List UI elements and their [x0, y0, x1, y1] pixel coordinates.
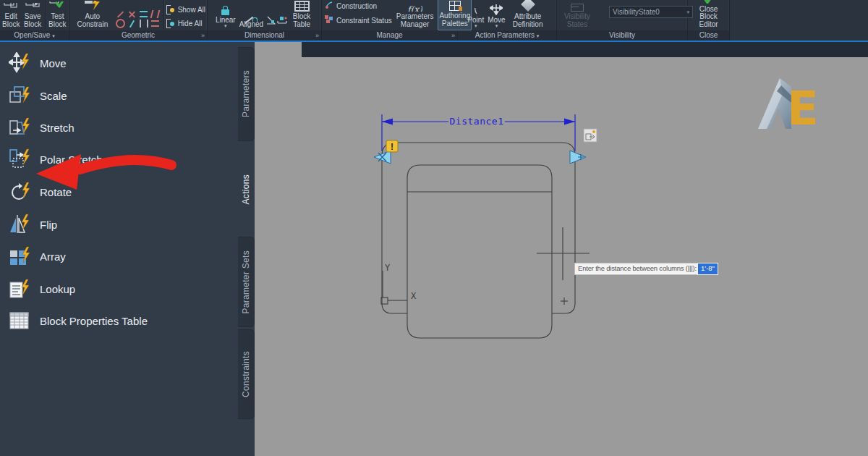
- block-editor-window: Edit Block Save Block Test Block O: [0, 0, 868, 456]
- linear-button[interactable]: Linear ▾: [215, 0, 237, 30]
- panel-dimensional: Linear ▾ Aligned: [208, 0, 322, 41]
- constraint-icon[interactable]: [140, 11, 148, 17]
- test-block-button[interactable]: Test Block: [48, 0, 67, 30]
- block-table-button[interactable]: Block Table: [289, 0, 314, 30]
- palette-item-label: Scale: [40, 90, 67, 102]
- manage-panel-label[interactable]: Manage »: [322, 30, 457, 41]
- show-all-button[interactable]: Show All: [166, 4, 205, 15]
- constraint-icon[interactable]: [117, 11, 124, 17]
- palette-item-move[interactable]: Move: [9, 50, 67, 76]
- palette-item-label: Array: [40, 250, 66, 263]
- action-parameters-panel-label[interactable]: Action Parameters ▾: [458, 30, 556, 41]
- chevron-down-icon: ▾: [537, 33, 540, 38]
- aligned-button[interactable]: Aligned: [239, 0, 264, 30]
- edit-block-button[interactable]: Edit Block: [1, 0, 20, 30]
- chevron-down-icon: ▾: [224, 24, 227, 28]
- dialog-launcher-icon[interactable]: »: [315, 31, 319, 40]
- palette-item-array[interactable]: Array: [9, 243, 66, 269]
- parameters-manager-button[interactable]: f(x) Parameters Manager: [396, 0, 435, 30]
- visibility-state-value: VisibilityState0: [613, 7, 660, 17]
- stretch-action-glyph[interactable]: [584, 129, 597, 142]
- panel-open-save: Edit Block Save Block Test Block O: [0, 0, 69, 41]
- auto-constrain-icon: [84, 1, 101, 12]
- constraint-icon[interactable]: [129, 20, 135, 28]
- palette-item-rotate[interactable]: Rotate: [9, 179, 72, 205]
- stretch-action-icon: [9, 117, 30, 138]
- palette-item-stretch[interactable]: Stretch: [9, 114, 75, 140]
- visibility-states-button: Visibility States: [560, 0, 595, 30]
- logo-letter: E: [787, 82, 819, 132]
- move-action-icon: [9, 52, 30, 74]
- point-button[interactable]: Point ▾: [467, 0, 485, 30]
- test-block-label: Test Block: [48, 13, 67, 28]
- panel-divider: [163, 0, 164, 29]
- constraint-icon[interactable]: [150, 10, 161, 18]
- palette-item-polar-stretch[interactable]: Polar Stretch: [9, 146, 103, 172]
- constraint-icon[interactable]: [151, 20, 159, 27]
- drawing-canvas[interactable]: Distance1 Y X: [255, 42, 868, 456]
- tooltip-text: Enter the distance between columns (|||)…: [578, 264, 697, 272]
- show-all-icon: [166, 5, 175, 14]
- array-action-icon: [9, 245, 30, 267]
- parameter-alert-badge[interactable]: !: [386, 140, 398, 152]
- palette-tab-actions[interactable]: Actions: [238, 145, 255, 235]
- palette-item-label: Rotate: [40, 186, 72, 198]
- ribbon: Edit Block Save Block Test Block O: [0, 0, 868, 41]
- panel-action-parameters: Point ▾ Move ▾ Attribute Definition Acti…: [458, 0, 557, 41]
- close-block-editor-label: Close Block Editor: [690, 6, 727, 29]
- constraint-icon[interactable]: [140, 20, 148, 28]
- palette-item-label: Block Properties Table: [40, 315, 148, 327]
- visibility-state-dropdown[interactable]: VisibilityState0 ▾: [609, 6, 693, 18]
- attribute-definition-button[interactable]: Attribute Definition: [509, 0, 548, 30]
- constraint-status-button[interactable]: Constraint Status: [325, 14, 392, 26]
- block-authoring-palette: Move Scale Stretch Polar Stretch Rotate …: [0, 42, 255, 456]
- radial-constraint-icon[interactable]: [277, 14, 287, 28]
- test-block-icon: [49, 1, 65, 12]
- attribute-definition-icon: [521, 0, 535, 12]
- chevron-down-icon: ▾: [495, 24, 498, 28]
- dialog-launcher-icon[interactable]: »: [451, 31, 455, 40]
- angular-constraint-icon[interactable]: [266, 14, 276, 28]
- svg-text:!: !: [391, 142, 393, 152]
- palette-item-block-properties-table[interactable]: Block Properties Table: [9, 308, 148, 334]
- dynamic-input-tooltip: Enter the distance between columns (|||)…: [574, 263, 700, 275]
- move-button[interactable]: Move ▾: [487, 0, 506, 30]
- save-block-button[interactable]: Save Block: [22, 0, 42, 30]
- hide-all-button[interactable]: Hide All: [166, 17, 205, 29]
- polar-stretch-action-icon: [9, 148, 30, 170]
- edit-block-icon: [3, 3, 19, 12]
- block-properties-table-icon: [9, 310, 30, 332]
- constraint-status-icon: [325, 15, 333, 25]
- palette-tab-parameter-sets[interactable]: Parameter Sets: [238, 237, 255, 327]
- close-check-icon: [701, 0, 717, 4]
- construction-button[interactable]: Construction: [325, 0, 392, 12]
- geometric-constraints-grid[interactable]: [115, 9, 161, 28]
- constraint-icon[interactable]: [116, 19, 125, 28]
- constraint-status-label: Constraint Status: [336, 17, 392, 25]
- scale-action-icon: [9, 85, 30, 106]
- dynamic-input-value[interactable]: 1'-8": [697, 263, 718, 275]
- construction-label: Construction: [336, 2, 377, 10]
- palette-item-flip[interactable]: Flip: [9, 211, 57, 237]
- close-panel-label[interactable]: Close: [688, 30, 729, 41]
- auto-constrain-button[interactable]: Auto Constrain: [72, 0, 113, 30]
- hide-all-icon: [166, 19, 175, 28]
- dimensional-panel-label[interactable]: Dimensional »: [208, 30, 321, 41]
- constraint-icon[interactable]: [128, 10, 136, 18]
- open-save-panel-label[interactable]: Open/Save ▾: [0, 30, 69, 41]
- visibility-states-icon: [571, 4, 584, 12]
- dialog-launcher-icon[interactable]: »: [201, 31, 205, 40]
- visibility-panel-label[interactable]: Visibility: [557, 30, 687, 41]
- geometric-panel-label[interactable]: Geometric »: [69, 30, 207, 41]
- right-stretch-grip[interactable]: [570, 151, 586, 164]
- panel-geometric: Auto Constrain Show All: [69, 0, 208, 41]
- palette-tab-parameters[interactable]: Parameters: [238, 47, 255, 141]
- close-block-editor-button[interactable]: Close Block Editor: [689, 0, 728, 30]
- dimension-label[interactable]: Distance1: [450, 116, 504, 127]
- hide-all-label: Hide All: [178, 20, 203, 28]
- palette-tab-constraints[interactable]: Constraints: [238, 329, 255, 419]
- palette-item-label: Polar Stretch: [40, 153, 103, 166]
- palette-item-scale[interactable]: Scale: [9, 83, 67, 109]
- parameters-manager-label: Parameters Manager: [396, 13, 434, 28]
- palette-item-lookup[interactable]: Lookup: [9, 276, 75, 302]
